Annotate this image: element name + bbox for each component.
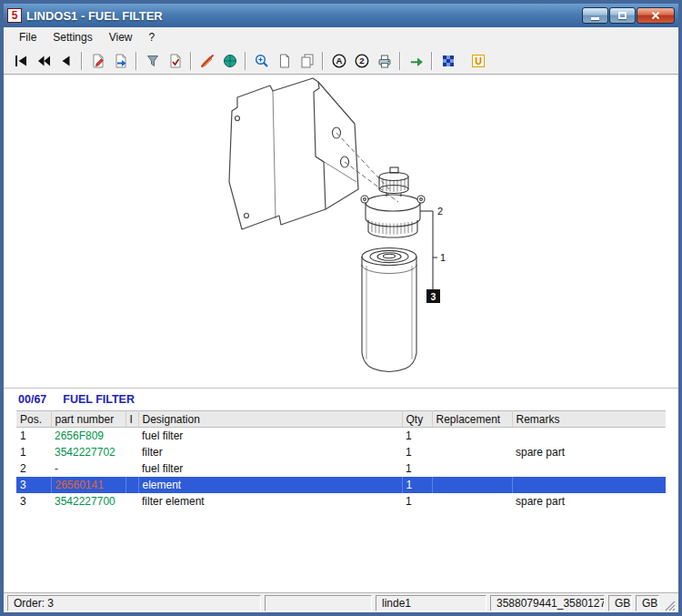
table-row[interactable]: 2 - fuel filter 1 — [16, 460, 666, 477]
menu-file[interactable]: File — [11, 29, 45, 45]
col-qty[interactable]: Qty — [402, 411, 432, 428]
cell-i — [125, 477, 138, 493]
cell-replacement — [432, 428, 512, 444]
callout-lines — [420, 211, 437, 289]
cell-designation: fuel filter — [138, 460, 402, 477]
pen-off-icon — [199, 53, 216, 69]
exit-arrow-icon — [408, 53, 425, 69]
cell-replacement — [432, 493, 512, 510]
cell-i — [125, 428, 138, 444]
page-edit-button[interactable] — [86, 50, 109, 72]
menu-view[interactable]: View — [101, 29, 141, 45]
menu-settings[interactable]: Settings — [45, 29, 100, 45]
col-designation[interactable]: Designation — [138, 411, 402, 428]
section-code: 00/67 — [18, 393, 46, 406]
window-controls — [582, 7, 675, 24]
toolbar-separator — [322, 52, 324, 70]
cell-designation: element — [138, 477, 402, 493]
status-order: Order: 3 — [7, 595, 261, 611]
globe-button[interactable] — [218, 50, 241, 72]
callout-3-label[interactable]: 3 — [431, 291, 436, 302]
close-button[interactable] — [637, 7, 675, 24]
cell-part-number: 2656F809 — [51, 428, 125, 444]
callout-group[interactable]: 2 1 3 — [420, 206, 446, 303]
table-row[interactable]: 3 3542227700 filter element 1 spare part — [16, 493, 666, 510]
callout-1-label[interactable]: 1 — [440, 252, 446, 263]
col-replacement[interactable]: Replacement — [432, 411, 512, 428]
col-remarks[interactable]: Remarks — [512, 411, 666, 428]
maximize-icon — [618, 12, 627, 19]
cell-replacement — [432, 460, 512, 477]
page-edit-icon — [90, 53, 106, 69]
units-u-icon: U — [470, 53, 486, 69]
cell-replacement — [432, 444, 512, 460]
table-row-selected[interactable]: 3 26560141 element 1 — [16, 477, 666, 493]
maximize-button[interactable] — [609, 7, 636, 24]
status-language-right: GB — [636, 595, 659, 611]
callout-2-label[interactable]: 2 — [437, 206, 443, 217]
doc-check-icon — [167, 53, 184, 69]
cell-remarks: spare part — [512, 444, 666, 460]
nav-first-button[interactable] — [9, 50, 32, 72]
app-window: 5 LINDOS1 - FUEL FILTER File Settings Vi… — [0, 0, 682, 616]
cell-i — [125, 444, 138, 460]
units-button[interactable]: U — [466, 50, 489, 72]
cell-qty: 1 — [402, 493, 432, 510]
resize-grip[interactable] — [663, 599, 677, 612]
cell-pos: 1 — [16, 428, 51, 444]
mosaic-button[interactable] — [436, 50, 459, 72]
drawing-area[interactable]: 2 1 3 — [4, 75, 678, 388]
zoom-all-button[interactable]: A — [327, 50, 350, 72]
cell-qty: 1 — [402, 444, 432, 460]
nav-rewind-button[interactable] — [32, 50, 55, 72]
toolbar-separator — [190, 52, 192, 70]
cell-designation: fuel filter — [138, 428, 402, 444]
nav-back-button[interactable] — [55, 50, 77, 72]
menu-help[interactable]: ? — [141, 29, 164, 45]
resize-grip-icon — [663, 599, 677, 612]
toolbar-separator — [135, 52, 137, 70]
table-row[interactable]: 1 2656F809 fuel filter 1 — [16, 428, 666, 444]
table-row[interactable]: 1 3542227702 filter 1 spare part — [16, 444, 666, 460]
parts-header-row: Pos. part number I Designation Qty Repla… — [16, 411, 666, 428]
funnel-icon — [145, 53, 161, 69]
bracket-outline — [229, 78, 358, 229]
cell-remarks — [512, 428, 666, 444]
toolbar-separator — [245, 52, 246, 70]
page-goto-button[interactable] — [109, 50, 132, 72]
page-copy-button[interactable] — [296, 50, 318, 72]
col-i[interactable]: I — [125, 411, 138, 428]
cell-qty: 1 — [402, 460, 432, 477]
col-part-number[interactable]: part number — [51, 411, 125, 428]
cell-designation: filter element — [138, 493, 402, 510]
cell-part-number: - — [51, 460, 125, 477]
globe-icon — [222, 53, 238, 69]
cell-pos: 3 — [16, 493, 51, 510]
filter-button[interactable] — [141, 50, 164, 72]
title-bar[interactable]: 5 LINDOS1 - FUEL FILTER — [4, 4, 678, 27]
toolbar-separator — [81, 52, 83, 70]
confirm-list-button[interactable] — [164, 50, 186, 72]
status-user: linde1 — [376, 595, 486, 611]
col-pos[interactable]: Pos. — [16, 411, 51, 428]
cell-part-number: 3542227700 — [51, 493, 125, 510]
zoom-in-icon — [254, 53, 270, 69]
marking-off-button[interactable] — [196, 50, 218, 72]
print-button[interactable] — [373, 50, 396, 72]
parts-panel: 00/67 FUEL FILTER Pos. part number I Des… — [4, 388, 678, 592]
page-portrait-icon — [276, 53, 293, 69]
fuel-filter-drawing: 2 1 3 — [4, 75, 678, 388]
print-icon — [376, 53, 393, 69]
zoom-in-button[interactable] — [250, 50, 273, 72]
zoom-all-icon: A — [331, 53, 347, 69]
zoom-window-2-button[interactable]: 2 — [350, 50, 373, 72]
app-icon-text: 5 — [12, 9, 18, 22]
cell-pos: 3 — [16, 477, 51, 493]
menu-bar: File Settings View ? — [4, 27, 678, 47]
exit-button[interactable] — [405, 50, 427, 72]
minimize-button[interactable] — [582, 7, 608, 24]
page-view-button[interactable] — [273, 50, 296, 72]
cell-i — [125, 493, 138, 510]
page-copy-icon — [299, 53, 316, 69]
nav-back-icon — [58, 53, 75, 69]
